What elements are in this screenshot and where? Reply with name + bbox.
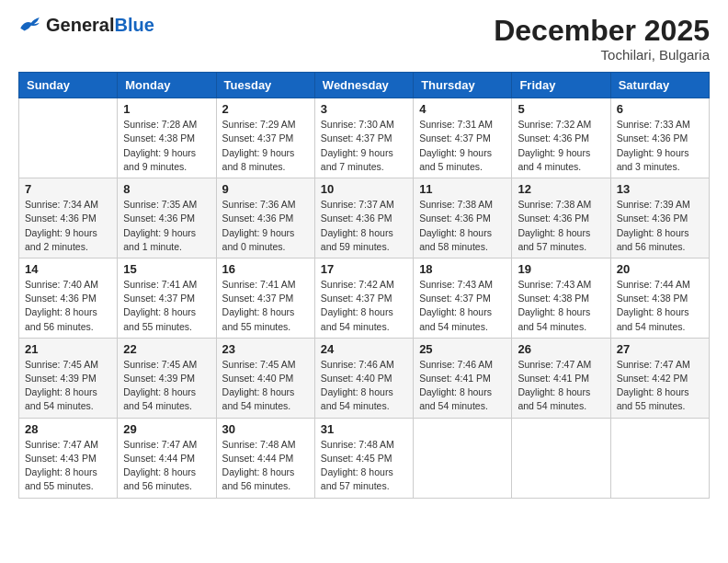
calendar-cell: 22Sunrise: 7:45 AM Sunset: 4:39 PM Dayli… — [118, 338, 216, 418]
day-of-week-header: Monday — [118, 73, 216, 98]
calendar-subtitle: Tochilari, Bulgaria — [494, 47, 710, 63]
day-number: 8 — [123, 182, 210, 196]
calendar-cell: 15Sunrise: 7:41 AM Sunset: 4:37 PM Dayli… — [118, 258, 216, 338]
day-number: 4 — [419, 102, 506, 116]
day-number: 20 — [617, 262, 703, 276]
calendar-cell — [19, 98, 118, 178]
day-info: Sunrise: 7:43 AM Sunset: 4:38 PM Dayligh… — [518, 278, 604, 334]
day-info: Sunrise: 7:31 AM Sunset: 4:37 PM Dayligh… — [419, 118, 506, 174]
day-info: Sunrise: 7:41 AM Sunset: 4:37 PM Dayligh… — [222, 278, 309, 334]
day-info: Sunrise: 7:46 AM Sunset: 4:41 PM Dayligh… — [419, 358, 506, 414]
day-number: 17 — [321, 262, 407, 276]
day-number: 6 — [617, 102, 703, 116]
calendar-cell: 17Sunrise: 7:42 AM Sunset: 4:37 PM Dayli… — [314, 258, 413, 338]
calendar-table: SundayMondayTuesdayWednesdayThursdayFrid… — [18, 72, 710, 498]
calendar-cell: 3Sunrise: 7:30 AM Sunset: 4:37 PM Daylig… — [314, 98, 413, 178]
day-number: 13 — [617, 182, 703, 196]
day-number: 28 — [25, 422, 111, 436]
page: GeneralBlue December 2025 Tochilari, Bul… — [0, 0, 728, 563]
calendar-week-row: 14Sunrise: 7:40 AM Sunset: 4:36 PM Dayli… — [19, 258, 710, 338]
day-info: Sunrise: 7:28 AM Sunset: 4:38 PM Dayligh… — [123, 118, 210, 174]
calendar-cell: 6Sunrise: 7:33 AM Sunset: 4:36 PM Daylig… — [610, 98, 709, 178]
day-info: Sunrise: 7:42 AM Sunset: 4:37 PM Dayligh… — [321, 278, 407, 334]
day-number: 9 — [222, 182, 309, 196]
day-info: Sunrise: 7:47 AM Sunset: 4:41 PM Dayligh… — [518, 358, 604, 414]
day-info: Sunrise: 7:38 AM Sunset: 4:36 PM Dayligh… — [419, 198, 506, 254]
day-number: 2 — [222, 102, 309, 116]
day-number: 25 — [419, 342, 506, 356]
calendar-cell: 23Sunrise: 7:45 AM Sunset: 4:40 PM Dayli… — [216, 338, 314, 418]
calendar-cell: 11Sunrise: 7:38 AM Sunset: 4:36 PM Dayli… — [414, 178, 512, 259]
day-number: 3 — [321, 102, 407, 116]
day-of-week-header: Thursday — [414, 73, 512, 98]
calendar-cell: 27Sunrise: 7:47 AM Sunset: 4:42 PM Dayli… — [610, 338, 709, 418]
calendar-cell: 28Sunrise: 7:47 AM Sunset: 4:43 PM Dayli… — [19, 418, 118, 498]
day-number: 23 — [222, 342, 309, 356]
calendar-cell: 25Sunrise: 7:46 AM Sunset: 4:41 PM Dayli… — [414, 338, 512, 418]
day-number: 12 — [518, 182, 604, 196]
calendar-cell — [610, 418, 709, 498]
calendar-cell: 18Sunrise: 7:43 AM Sunset: 4:37 PM Dayli… — [414, 258, 512, 338]
day-info: Sunrise: 7:35 AM Sunset: 4:36 PM Dayligh… — [123, 198, 210, 254]
calendar-week-row: 1Sunrise: 7:28 AM Sunset: 4:38 PM Daylig… — [19, 98, 710, 178]
calendar-cell: 1Sunrise: 7:28 AM Sunset: 4:38 PM Daylig… — [118, 98, 216, 178]
day-of-week-header: Wednesday — [314, 73, 413, 98]
calendar-cell — [414, 418, 512, 498]
calendar-cell: 8Sunrise: 7:35 AM Sunset: 4:36 PM Daylig… — [118, 178, 216, 259]
logo-line2: Blue — [114, 15, 154, 35]
day-info: Sunrise: 7:45 AM Sunset: 4:39 PM Dayligh… — [25, 358, 111, 414]
day-number: 5 — [518, 102, 604, 116]
day-info: Sunrise: 7:36 AM Sunset: 4:36 PM Dayligh… — [222, 198, 309, 254]
day-info: Sunrise: 7:46 AM Sunset: 4:40 PM Dayligh… — [321, 358, 407, 414]
day-info: Sunrise: 7:33 AM Sunset: 4:36 PM Dayligh… — [617, 118, 703, 174]
logo-icon — [18, 15, 44, 35]
calendar-cell: 5Sunrise: 7:32 AM Sunset: 4:36 PM Daylig… — [512, 98, 610, 178]
day-info: Sunrise: 7:48 AM Sunset: 4:44 PM Dayligh… — [222, 438, 309, 494]
day-info: Sunrise: 7:32 AM Sunset: 4:36 PM Dayligh… — [518, 118, 604, 174]
day-number: 18 — [419, 262, 506, 276]
calendar-cell: 10Sunrise: 7:37 AM Sunset: 4:36 PM Dayli… — [314, 178, 413, 259]
day-number: 19 — [518, 262, 604, 276]
day-info: Sunrise: 7:45 AM Sunset: 4:40 PM Dayligh… — [222, 358, 309, 414]
day-number: 31 — [321, 422, 407, 436]
calendar-week-row: 28Sunrise: 7:47 AM Sunset: 4:43 PM Dayli… — [19, 418, 710, 498]
calendar-cell: 30Sunrise: 7:48 AM Sunset: 4:44 PM Dayli… — [216, 418, 314, 498]
header: GeneralBlue December 2025 Tochilari, Bul… — [18, 15, 710, 63]
day-of-week-header: Tuesday — [216, 73, 314, 98]
calendar-cell: 9Sunrise: 7:36 AM Sunset: 4:36 PM Daylig… — [216, 178, 314, 259]
day-number: 10 — [321, 182, 407, 196]
day-info: Sunrise: 7:47 AM Sunset: 4:43 PM Dayligh… — [25, 438, 111, 494]
day-info: Sunrise: 7:29 AM Sunset: 4:37 PM Dayligh… — [222, 118, 309, 174]
day-info: Sunrise: 7:34 AM Sunset: 4:36 PM Dayligh… — [25, 198, 111, 254]
day-number: 16 — [222, 262, 309, 276]
calendar-cell: 20Sunrise: 7:44 AM Sunset: 4:38 PM Dayli… — [610, 258, 709, 338]
day-number: 27 — [617, 342, 703, 356]
day-number: 11 — [419, 182, 506, 196]
calendar-cell: 19Sunrise: 7:43 AM Sunset: 4:38 PM Dayli… — [512, 258, 610, 338]
day-number: 22 — [123, 342, 210, 356]
day-of-week-header: Friday — [512, 73, 610, 98]
day-number: 30 — [222, 422, 309, 436]
logo: GeneralBlue — [18, 15, 154, 35]
calendar-cell: 7Sunrise: 7:34 AM Sunset: 4:36 PM Daylig… — [19, 178, 118, 259]
days-header-row: SundayMondayTuesdayWednesdayThursdayFrid… — [19, 73, 710, 98]
day-number: 1 — [123, 102, 210, 116]
calendar-title: December 2025 — [494, 15, 710, 47]
day-info: Sunrise: 7:40 AM Sunset: 4:36 PM Dayligh… — [25, 278, 111, 334]
day-info: Sunrise: 7:38 AM Sunset: 4:36 PM Dayligh… — [518, 198, 604, 254]
day-info: Sunrise: 7:39 AM Sunset: 4:36 PM Dayligh… — [617, 198, 703, 254]
day-of-week-header: Saturday — [610, 73, 709, 98]
day-number: 14 — [25, 262, 111, 276]
calendar-cell: 16Sunrise: 7:41 AM Sunset: 4:37 PM Dayli… — [216, 258, 314, 338]
day-info: Sunrise: 7:37 AM Sunset: 4:36 PM Dayligh… — [321, 198, 407, 254]
title-block: December 2025 Tochilari, Bulgaria — [494, 15, 710, 63]
logo-line1: General — [46, 15, 114, 35]
day-of-week-header: Sunday — [19, 73, 118, 98]
logo-text: GeneralBlue — [46, 15, 154, 35]
day-info: Sunrise: 7:47 AM Sunset: 4:44 PM Dayligh… — [123, 438, 210, 494]
calendar-week-row: 21Sunrise: 7:45 AM Sunset: 4:39 PM Dayli… — [19, 338, 710, 418]
calendar-cell: 13Sunrise: 7:39 AM Sunset: 4:36 PM Dayli… — [610, 178, 709, 259]
day-info: Sunrise: 7:45 AM Sunset: 4:39 PM Dayligh… — [123, 358, 210, 414]
day-number: 7 — [25, 182, 111, 196]
day-number: 26 — [518, 342, 604, 356]
